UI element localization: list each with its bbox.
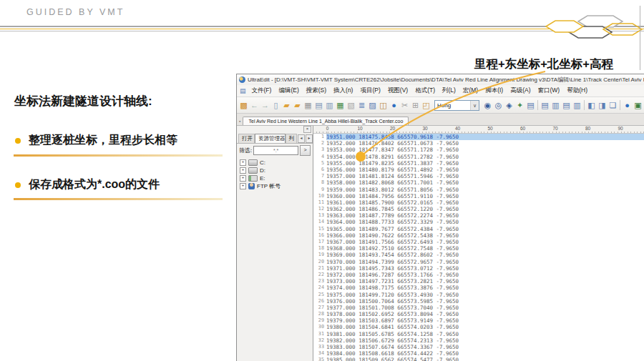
editor-line[interactable]: 719357.000 181481.8124 665571.5946 -7.96…: [313, 173, 644, 179]
expand-icon[interactable]: +: [240, 183, 246, 189]
excel-export-icon[interactable]: ▦: [335, 99, 346, 112]
monitor-icon[interactable]: ▣: [633, 99, 643, 112]
paste-icon[interactable]: ◰: [421, 99, 431, 112]
menu-item[interactable]: 脚本(I): [482, 86, 507, 95]
tree-item[interactable]: +E:: [240, 174, 313, 182]
menu-item[interactable]: 编辑(E): [275, 86, 302, 95]
find-icon[interactable]: ◉: [482, 99, 493, 112]
editor-line[interactable]: 2419374.000 181498.7175 665573.3876 -7.9…: [313, 285, 644, 291]
editor-line[interactable]: 1419364.000 181488.7733 665572.3329 -7.9…: [313, 219, 644, 225]
find-in-files-icon[interactable]: ◈: [504, 99, 514, 112]
copy-icon[interactable]: ⊞: [410, 99, 421, 112]
editor-line[interactable]: 1919369.000 181493.7454 665572.8602 -7.9…: [313, 252, 644, 258]
menu-item[interactable]: 搜索(S): [303, 86, 330, 95]
editor-line[interactable]: 3319383.000 181507.6674 665574.3367 -7.9…: [313, 344, 644, 350]
menu-item[interactable]: 宏(M): [459, 86, 482, 95]
split-horizontal-icon[interactable]: ◧: [586, 99, 597, 112]
panel-close-icon[interactable]: ×: [303, 126, 311, 133]
document-tab[interactable]: Tel Aviv Red Line Western Line 1_Abba Hi…: [243, 117, 409, 125]
editor-line[interactable]: 319353.000 181477.8347 665571.1728 -7.96…: [313, 147, 644, 153]
editor-line[interactable]: 2119371.000 181495.7343 665573.0712 -7.9…: [313, 265, 644, 272]
expand-icon[interactable]: +: [240, 175, 246, 182]
editor-line[interactable]: 3219382.000 181506.6729 665574.2313 -7.9…: [313, 337, 644, 344]
editor-line[interactable]: 1519365.000 181489.7677 665572.4384 -7.9…: [313, 226, 644, 232]
panel-tab[interactable]: 列: [286, 134, 298, 143]
editor-line[interactable]: 419354.000 181478.8291 665571.2782 -7.96…: [313, 154, 644, 160]
menu-item[interactable]: 高级(A): [507, 86, 534, 95]
expand-icon[interactable]: +: [240, 159, 246, 166]
editor-line[interactable]: 519355.000 181479.8235 665571.3837 -7.96…: [313, 160, 644, 167]
book-icon[interactable]: ◫: [378, 99, 389, 112]
editor-line[interactable]: 119351.000 181475.8458 665570.9618 -7.96…: [313, 134, 644, 140]
panel-tab-scroll-right-icon[interactable]: ▸: [306, 134, 313, 143]
back-arrow-icon[interactable]: ←: [249, 99, 260, 112]
save-icon[interactable]: ▦: [303, 99, 313, 112]
editor-line[interactable]: 2819378.000 181502.6952 665573.8094 -7.9…: [313, 311, 644, 317]
editor-line[interactable]: 1819368.000 181492.7510 665572.7548 -7.9…: [313, 245, 644, 252]
editor-line[interactable]: 2719377.000 181501.7008 665573.7040 -7.9…: [313, 305, 644, 311]
cut-icon[interactable]: ✂: [399, 99, 410, 112]
ultraedit-app-icon[interactable]: ▩: [238, 99, 249, 112]
menu-item[interactable]: 文件(F): [248, 86, 275, 95]
menu-item[interactable]: 格式(T): [411, 86, 439, 95]
menu-item[interactable]: 帮助(H): [563, 86, 591, 95]
new-file-icon[interactable]: ▯: [270, 99, 281, 112]
editor-line[interactable]: 1019360.000 181484.7956 665571.9110 -7.9…: [313, 193, 644, 199]
editor-area[interactable]: 0102030405060708090 119351.000 181475.84…: [313, 126, 644, 361]
menu-item[interactable]: 列(L): [439, 86, 459, 95]
split-vertical-icon[interactable]: ◨: [597, 99, 608, 112]
align-justify-icon[interactable]: ▥: [572, 99, 582, 112]
find-next-icon[interactable]: ◎: [493, 99, 504, 112]
filter-input[interactable]: *.*: [253, 146, 298, 155]
open-folder-alt-icon[interactable]: ▰: [292, 99, 303, 112]
align-right-icon[interactable]: ▤: [561, 99, 572, 112]
editor-line[interactable]: 2219372.000 181496.7287 665573.1766 -7.9…: [313, 272, 644, 278]
combobox-dropdown-icon[interactable]: ∨: [470, 101, 479, 110]
compare-icon[interactable]: ≣: [356, 99, 367, 112]
editor-line[interactable]: 219352.000 181476.8402 665571.0673 -7.96…: [313, 140, 644, 147]
expand-icon[interactable]: +: [240, 167, 246, 174]
window-titlebar[interactable]: UltraEdit - [D:\VMT-SH\VMT-VMT System\CR…: [237, 74, 644, 85]
font-combobox[interactable]: Hong ∨: [434, 100, 479, 111]
panel-tab[interactable]: 资源管理器: [255, 134, 286, 143]
editor-line[interactable]: 1619366.000 181490.7622 665572.5438 -7.9…: [313, 232, 644, 239]
editor-line[interactable]: 2019370.000 181494.7399 665572.9657 -7.9…: [313, 259, 644, 265]
replace-icon[interactable]: ✦: [514, 99, 525, 112]
print-preview-icon[interactable]: ▥: [324, 99, 335, 112]
menu-item[interactable]: 项目(P): [356, 86, 384, 95]
menu-item[interactable]: 视图(V): [384, 86, 411, 95]
editor-line[interactable]: 1219362.000 181486.7845 665572.1220 -7.9…: [313, 206, 644, 212]
tab-list-icon[interactable]: ▪: [239, 119, 240, 124]
print-file-icon[interactable]: ▤: [525, 99, 536, 112]
editor-line[interactable]: 2619376.000 181500.7064 665573.5985 -7.9…: [313, 298, 644, 305]
tree-item[interactable]: +C:: [240, 159, 313, 167]
align-left-icon[interactable]: ▤: [540, 99, 550, 112]
document-icon[interactable]: ▧: [346, 99, 356, 112]
encoding-icon[interactable]: ▨: [367, 99, 378, 112]
menu-item[interactable]: 窗口(W): [535, 86, 564, 95]
editor-line[interactable]: 3119381.000 181505.6785 665574.1258 -7.9…: [313, 331, 644, 337]
browser-globe-icon[interactable]: ●: [389, 99, 399, 112]
tree-item[interactable]: +FTP 帐号: [240, 182, 313, 190]
editor-line[interactable]: 3419384.000 181508.6618 665574.4422 -7.9…: [313, 350, 644, 357]
editor-line[interactable]: 1319363.000 181487.7789 665572.2274 -7.9…: [313, 212, 644, 219]
editor-line[interactable]: 1719367.000 181491.7566 665572.6493 -7.9…: [313, 239, 644, 245]
tree-item[interactable]: +D:: [240, 167, 313, 174]
print-icon[interactable]: ▤: [313, 99, 324, 112]
editor-line[interactable]: 3019380.000 181504.6841 665574.0203 -7.9…: [313, 324, 644, 330]
editor-line[interactable]: 919359.000 181483.8012 665571.8056 -7.96…: [313, 187, 644, 193]
editor-line[interactable]: 1119361.000 181485.7900 665572.0165 -7.9…: [313, 199, 644, 206]
cascade-windows-icon[interactable]: ❏: [608, 99, 618, 112]
editor-line[interactable]: 3519385.000 181509.6562 665574.5477 -7.9…: [313, 357, 644, 361]
filter-go-button[interactable]: >: [300, 145, 311, 156]
panel-tab-scroll-left-icon[interactable]: ◂: [298, 134, 305, 143]
editor-line[interactable]: 819358.000 181482.8068 665571.7001 -7.96…: [313, 179, 644, 186]
menu-item[interactable]: 插入(n): [330, 86, 356, 95]
editor-line[interactable]: 2519375.000 181499.7120 665573.4930 -7.9…: [313, 292, 644, 298]
editor-line[interactable]: 2319373.000 181497.7231 665573.2821 -7.9…: [313, 278, 644, 285]
editor-line[interactable]: 2919379.000 181503.6897 665573.9149 -7.9…: [313, 317, 644, 324]
editor-line[interactable]: 619356.000 181480.8179 665571.4892 -7.96…: [313, 167, 644, 173]
panel-tab[interactable]: 打开: [238, 134, 255, 143]
web-globe-icon[interactable]: ●: [622, 99, 633, 112]
align-center-icon[interactable]: ▥: [550, 99, 561, 112]
